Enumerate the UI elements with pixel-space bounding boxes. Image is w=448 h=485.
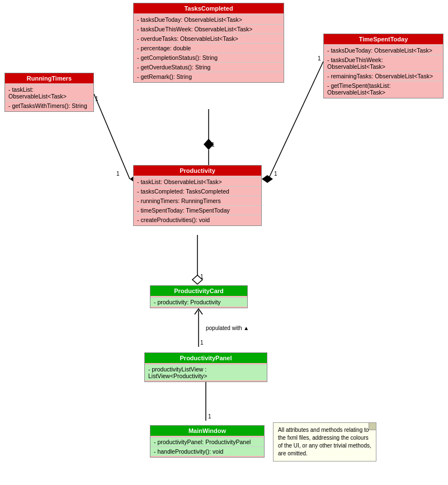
label-running-1: 1: [95, 96, 98, 102]
running-timers-body: - taskList: ObservableList<Task> - getTa…: [5, 83, 93, 111]
tc-row-5: - getCompletionStatus(): String: [134, 53, 284, 62]
tasks-completed-header: TasksCompleted: [134, 3, 284, 13]
rt-row-1: - taskList: ObservableList<Task>: [5, 84, 93, 101]
productivity-card-header: ProductivityCard: [150, 286, 247, 296]
tc-row-4: - percentage: double: [134, 43, 284, 53]
open-diamond-card: [192, 275, 202, 284]
tst-row-2: - tasksDueThisWeek: ObservableList<Task>: [324, 55, 443, 71]
diamond-timespent-productivity: [262, 175, 273, 183]
mw-row-1: - productivityPanel: ProductivityPanel: [150, 437, 264, 446]
note-box: All attributes and methods relating to t…: [273, 422, 376, 462]
p-row-3: - runningTimers: RunningTimers: [134, 196, 261, 205]
pc-row-1: - productivity: Productivity: [150, 297, 247, 307]
tasks-completed-body: - tasksDueToday: ObservableList<Task> - …: [134, 13, 284, 82]
running-timers-header: RunningTimers: [5, 73, 93, 83]
main-window-header: MainWindow: [150, 426, 264, 436]
productivity-card-class: ProductivityCard - productivity: Product…: [150, 285, 248, 308]
p-row-4: - timeSpentToday: TimeSpentToday: [134, 205, 261, 215]
productivity-card-body: - productivity: Productivity: [150, 296, 247, 308]
productivity-header: Productivity: [134, 166, 261, 176]
tc-row-1: - tasksDueToday: ObservableList<Task>: [134, 15, 284, 24]
productivity-panel-class: ProductivityPanel - productivityListView…: [144, 352, 267, 382]
label-prod-card-1: 1: [200, 274, 204, 280]
p-row-5: - createProductivities(): void: [134, 215, 261, 224]
p-row-1: - taskList: ObservableList<Task>: [134, 177, 261, 186]
tasks-completed-class: TasksCompleted - tasksDueToday: Observab…: [133, 3, 284, 83]
main-window-body: - productivityPanel: ProductivityPanel -…: [150, 436, 264, 457]
svg-line-2: [94, 94, 130, 179]
tc-row-6: - getOverdueStatus(): String: [134, 62, 284, 72]
productivity-body: - taskList: ObservableList<Task> - tasks…: [134, 176, 261, 225]
label-running-productivity-1: 1: [116, 171, 120, 177]
tc-row-7: - getRemark(): String: [134, 72, 284, 81]
tc-row-2: - tasksDueThisWeek: ObservableList<Task>: [134, 24, 284, 34]
productivity-class: Productivity - taskList: ObservableList<…: [133, 165, 262, 226]
running-timers-class: RunningTimers - taskList: ObservableList…: [4, 73, 94, 112]
productivity-panel-body: - productivityListView : ListView<Produc…: [145, 363, 267, 382]
label-tasks-1: 1: [211, 142, 215, 148]
p-row-2: - tasksCompleted: TasksCompleted: [134, 186, 261, 196]
tst-row-3: - remainingTasks: ObservableList<Task>: [324, 71, 443, 81]
productivity-panel-header: ProductivityPanel: [145, 353, 267, 363]
label-timespent-1: 1: [318, 55, 321, 62]
label-main-1: 1: [208, 413, 211, 420]
diamond-tasks-productivity: [204, 139, 214, 150]
note-text: All attributes and methods relating to t…: [278, 427, 371, 456]
mw-row-2: - handleProductivity(): void: [150, 446, 264, 456]
time-spent-today-class: TimeSpentToday - tasksDueToday: Observab…: [323, 34, 444, 98]
rt-row-2: - getTasksWithTimers(): String: [5, 101, 93, 110]
tst-row-1: - tasksDueToday: ObservableList<Task>: [324, 45, 443, 55]
label-timespent-productivity-1: 1: [274, 171, 277, 177]
tc-row-3: - overdueTasks: ObservableList<Task>: [134, 34, 284, 43]
label-populated: populated with ▲: [206, 325, 249, 331]
main-window-class: MainWindow - productivityPanel: Producti…: [150, 425, 265, 458]
label-panel-1: 1: [200, 340, 204, 346]
time-spent-body: - tasksDueToday: ObservableList<Task> - …: [324, 44, 443, 98]
diagram-container: 1 1 1 1 1 1 populated with ▲ 1: [0, 0, 448, 485]
pp-row-1: - productivityListView : ListView<Produc…: [145, 364, 267, 380]
tst-row-4: - getTimeSpent(taskList: ObservableList<…: [324, 81, 443, 97]
time-spent-header: TimeSpentToday: [324, 34, 443, 44]
arrow-card-panel: [195, 309, 202, 314]
